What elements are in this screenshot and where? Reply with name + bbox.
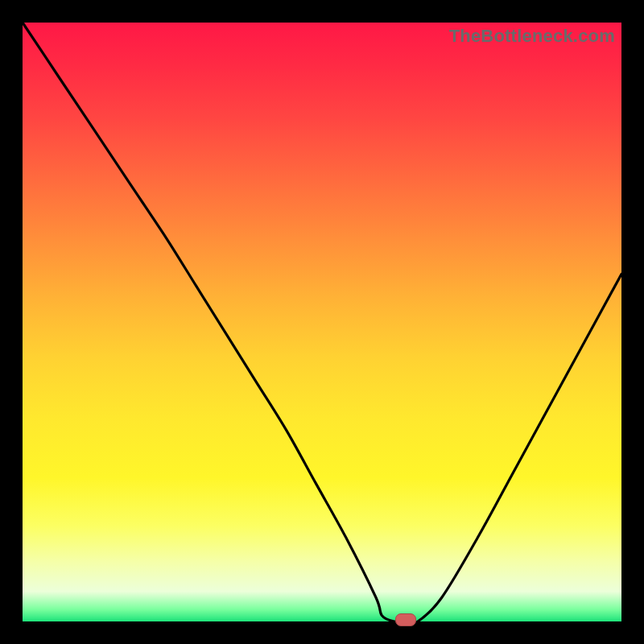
plot-area: TheBottleneck.com xyxy=(23,23,621,621)
optimal-marker xyxy=(395,613,416,626)
chart-frame: TheBottleneck.com xyxy=(0,0,644,644)
bottleneck-curve xyxy=(23,23,621,621)
